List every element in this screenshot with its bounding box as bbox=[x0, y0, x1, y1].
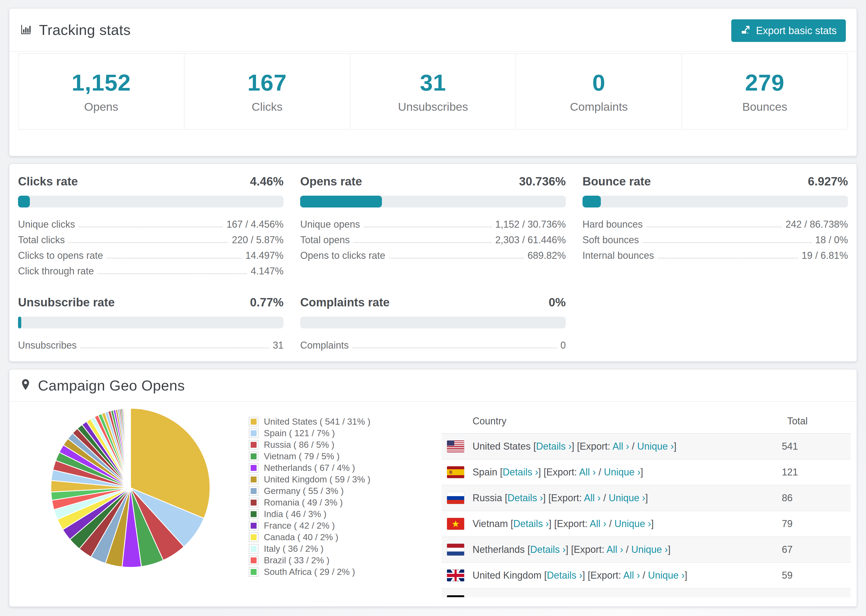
export-unique-link[interactable]: Unique › bbox=[637, 441, 674, 452]
geo-table-row: Netherlands [Details ›] [Export: All › /… bbox=[442, 537, 851, 563]
rate-detail-value: 31 bbox=[273, 340, 283, 351]
legend-color-chip bbox=[249, 567, 258, 576]
details-link[interactable]: Details › bbox=[507, 492, 543, 503]
dotted-leader bbox=[80, 347, 269, 348]
rate-title-row: Complaints rate 0% bbox=[300, 295, 565, 309]
rate-block: Bounce rate 6.927% Hard bounces 242 / 86… bbox=[583, 175, 848, 277]
dotted-leader bbox=[643, 242, 811, 243]
stat-box: 279 Bounces bbox=[682, 53, 848, 130]
export-all-link[interactable]: All › bbox=[584, 492, 601, 503]
stat-label: Clicks bbox=[252, 100, 283, 113]
legend-color-chip bbox=[249, 440, 258, 449]
geo-table-row: Russia [Details ›] [Export: All › / Uniq… bbox=[442, 486, 851, 511]
rate-detail-label: Unsubscribes bbox=[18, 340, 77, 351]
rate-grid: Clicks rate 4.46% Unique clicks 167 / 4.… bbox=[9, 164, 857, 351]
legend-item: Netherlands ( 67 / 4% ) bbox=[249, 462, 370, 473]
country-name: Spain bbox=[472, 467, 497, 478]
rate-detail-value: 242 / 86.738% bbox=[786, 219, 848, 230]
dotted-leader bbox=[107, 258, 241, 259]
progress-fill bbox=[18, 317, 21, 328]
geo-table-row: United Kingdom [Details ›] [Export: All … bbox=[442, 563, 851, 589]
country-flag-icon bbox=[447, 440, 464, 452]
legend-item: Vietnam ( 79 / 5% ) bbox=[249, 451, 370, 462]
stat-box: 167 Clicks bbox=[184, 53, 350, 130]
rate-block: Unsubscribe rate 0.77% Unsubscribes 31 bbox=[18, 295, 283, 351]
rate-detail-row: Unique clicks 167 / 4.456% bbox=[18, 214, 283, 230]
legend-color-chip bbox=[249, 464, 258, 472]
rate-block: Opens rate 30.736% Unique opens 1,152 / … bbox=[300, 175, 565, 277]
rate-value: 0% bbox=[549, 295, 566, 309]
rate-title: Complaints rate bbox=[300, 295, 390, 309]
details-link[interactable]: Details › bbox=[530, 544, 565, 555]
page-title: Tracking stats bbox=[39, 22, 131, 38]
export-all-link[interactable]: All › bbox=[612, 441, 629, 452]
progress-fill bbox=[583, 196, 601, 207]
progress-bar bbox=[18, 317, 283, 328]
export-button-label: Export basic stats bbox=[756, 25, 837, 36]
details-link[interactable]: Details › bbox=[536, 441, 572, 452]
rate-detail-value: 4.147% bbox=[251, 266, 283, 277]
rate-value: 30.736% bbox=[519, 175, 566, 188]
bar-chart-icon bbox=[20, 24, 32, 36]
stat-label: Complaints bbox=[570, 100, 628, 113]
legend-color-chip bbox=[249, 556, 258, 565]
rate-detail-label: Internal bounces bbox=[583, 250, 654, 261]
rate-title-row: Clicks rate 4.46% bbox=[18, 175, 283, 188]
rate-detail-value: 0 bbox=[561, 340, 566, 351]
rate-title-row: Bounce rate 6.927% bbox=[583, 175, 848, 188]
geo-pie-chart bbox=[50, 407, 211, 569]
legend-color-chip bbox=[249, 498, 258, 507]
export-prefix: [Export: bbox=[571, 544, 606, 555]
export-all-link[interactable]: All › bbox=[623, 570, 640, 581]
country-flag-icon bbox=[447, 595, 464, 597]
dotted-leader bbox=[647, 226, 782, 227]
export-all-link[interactable]: All › bbox=[606, 544, 623, 555]
legend-label: Netherlands ( 67 / 4% ) bbox=[264, 463, 355, 473]
export-all-link[interactable]: All › bbox=[579, 467, 596, 478]
country-flag-icon bbox=[447, 492, 464, 504]
details-link[interactable]: Details › bbox=[518, 596, 553, 597]
export-unique-link[interactable]: Unique › bbox=[604, 467, 640, 478]
export-all-link[interactable]: All › bbox=[594, 596, 611, 597]
rates-card: Clicks rate 4.46% Unique clicks 167 / 4.… bbox=[9, 163, 857, 362]
rate-detail-label: Complaints bbox=[300, 340, 348, 351]
details-link[interactable]: Details › bbox=[503, 467, 538, 478]
country-cell: United States [Details ›] [Export: All ›… bbox=[472, 441, 676, 452]
legend-color-chip bbox=[249, 429, 258, 438]
legend-item: Canada ( 40 / 2% ) bbox=[249, 531, 370, 543]
rate-detail-row: Unique opens 1,152 / 30.736% bbox=[300, 214, 565, 230]
export-all-link[interactable]: All › bbox=[590, 518, 606, 529]
export-unique-link[interactable]: Unique › bbox=[648, 570, 685, 581]
export-prefix: [Export: bbox=[587, 570, 623, 581]
rate-detail-row: Soft bounces 18 / 0% bbox=[583, 230, 848, 246]
country-flag-icon bbox=[447, 569, 464, 581]
dotted-leader bbox=[353, 242, 491, 243]
export-prefix: [Export: bbox=[548, 492, 584, 503]
export-unique-link[interactable]: Unique › bbox=[609, 492, 645, 503]
country-name: United States bbox=[472, 441, 531, 452]
rate-detail-label: Unique clicks bbox=[18, 219, 75, 230]
legend-label: South Africa ( 29 / 2% ) bbox=[264, 567, 355, 577]
legend-label: Spain ( 121 / 7% ) bbox=[264, 428, 335, 438]
pie-slice bbox=[130, 408, 131, 488]
geo-table-row: Spain [Details ›] [Export: All › / Uniqu… bbox=[442, 460, 851, 486]
export-unique-link[interactable]: Unique › bbox=[631, 544, 668, 555]
export-unique-link[interactable]: Unique › bbox=[619, 596, 655, 597]
rate-title: Opens rate bbox=[300, 175, 362, 188]
legend-item: France ( 42 / 2% ) bbox=[249, 520, 370, 531]
stat-label: Opens bbox=[84, 100, 118, 113]
legend-label: Romania ( 49 / 3% ) bbox=[264, 498, 343, 508]
legend-label: Russia ( 86 / 5% ) bbox=[264, 440, 334, 450]
stat-label: Unsubscribes bbox=[398, 100, 468, 113]
country-name: United Kingdom bbox=[472, 570, 542, 581]
country-name: Netherlands bbox=[472, 544, 525, 555]
details-link[interactable]: Details › bbox=[513, 518, 549, 529]
rate-detail-label: Unique opens bbox=[300, 219, 360, 230]
rate-detail-value: 167 / 4.456% bbox=[227, 219, 283, 230]
export-basic-stats-button[interactable]: Export basic stats bbox=[731, 19, 846, 42]
details-link[interactable]: Details › bbox=[547, 570, 582, 581]
total-header: Total bbox=[787, 415, 808, 427]
country-header: Country bbox=[472, 415, 506, 427]
export-unique-link[interactable]: Unique › bbox=[614, 518, 651, 529]
country-flag-icon bbox=[447, 518, 464, 530]
